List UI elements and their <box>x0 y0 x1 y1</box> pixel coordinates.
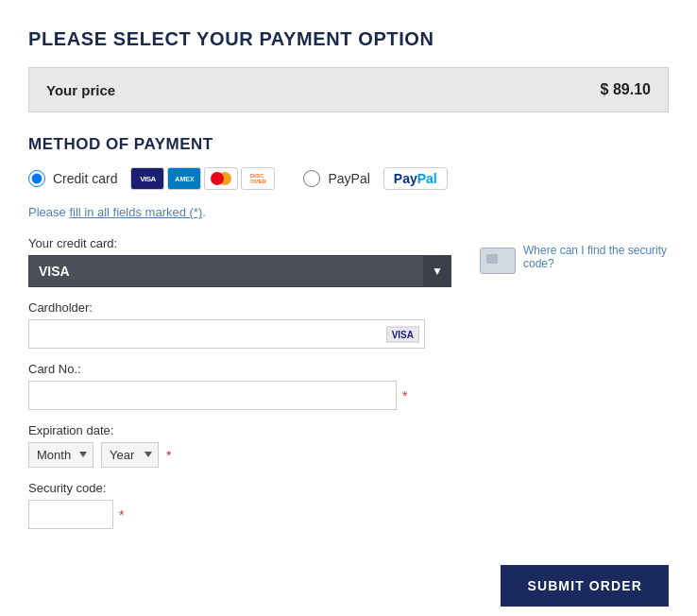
payment-methods: Credit card VISA AMEX DISCOVER PayPal Pa… <box>28 167 669 190</box>
submit-button[interactable]: Submit Order <box>501 565 669 607</box>
card-no-input[interactable] <box>28 381 397 410</box>
payment-section-title: Method of Payment <box>28 135 669 154</box>
credit-card-label: Credit card <box>53 171 117 186</box>
discover-icon: DISCOVER <box>241 167 275 190</box>
paypal-radio[interactable] <box>303 170 320 187</box>
card-chip-icon <box>480 248 516 274</box>
security-group: Security code: * <box>28 481 451 529</box>
cardholder-wrapper: VISA <box>28 319 425 349</box>
price-bar: Your price $ 89.10 <box>28 67 669 112</box>
form-section: Your credit card: VISA Mastercard Americ… <box>28 236 669 542</box>
cardholder-group: Cardholder: VISA <box>28 300 451 349</box>
credit-card-field-label: Your credit card: <box>28 236 451 250</box>
credit-card-option[interactable]: Credit card VISA AMEX DISCOVER <box>28 167 275 190</box>
security-row: * <box>28 500 451 529</box>
form-left: Your credit card: VISA Mastercard Americ… <box>28 236 451 542</box>
card-type-select[interactable]: VISA Mastercard American Express Discove… <box>28 255 451 287</box>
security-code-link[interactable]: Where can I find the security code? <box>523 244 669 270</box>
submit-row: Submit Order <box>28 565 669 607</box>
year-select[interactable]: Year 2024 2025 2026 2027 2028 <box>101 442 159 468</box>
card-no-group: Card No.: * <box>28 362 451 410</box>
security-required: * <box>119 507 124 522</box>
form-right: Where can I find the security code? <box>480 244 669 274</box>
card-icons: VISA AMEX DISCOVER <box>130 167 275 190</box>
expiry-row: Month 01 02 03 04 05 06 07 08 09 10 11 1… <box>28 442 451 468</box>
month-select[interactable]: Month 01 02 03 04 05 06 07 08 09 10 11 1… <box>28 442 94 468</box>
amex-icon: AMEX <box>167 167 201 190</box>
card-no-required: * <box>402 388 407 403</box>
expiry-group: Expiration date: Month 01 02 03 04 05 06… <box>28 423 451 468</box>
card-no-label: Card No.: <box>28 362 451 376</box>
expiry-label: Expiration date: <box>28 423 451 437</box>
visa-icon: VISA <box>130 167 164 190</box>
mastercard-icon <box>204 167 238 190</box>
cardholder-label: Cardholder: <box>28 300 451 315</box>
page-title: Please select your payment option <box>28 28 669 50</box>
price-label: Your price <box>46 82 115 98</box>
paypal-logo: PayPal <box>383 167 448 190</box>
required-note: Please fill in all fields marked (*). <box>28 205 669 219</box>
security-label: Security code: <box>28 481 451 495</box>
expiry-required: * <box>166 448 171 463</box>
card-no-wrapper: * <box>28 381 451 410</box>
price-value: $ 89.10 <box>601 81 651 98</box>
cardholder-input[interactable] <box>28 319 425 349</box>
credit-card-radio[interactable] <box>28 170 45 187</box>
card-select-wrapper: VISA Mastercard American Express Discove… <box>28 255 451 287</box>
required-fields-link[interactable]: fill in all fields marked (*) <box>69 205 202 219</box>
security-code-input[interactable] <box>28 500 113 529</box>
paypal-option[interactable]: PayPal PayPal <box>303 167 447 190</box>
credit-card-group: Your credit card: VISA Mastercard Americ… <box>28 236 451 287</box>
paypal-label: PayPal <box>328 171 369 186</box>
